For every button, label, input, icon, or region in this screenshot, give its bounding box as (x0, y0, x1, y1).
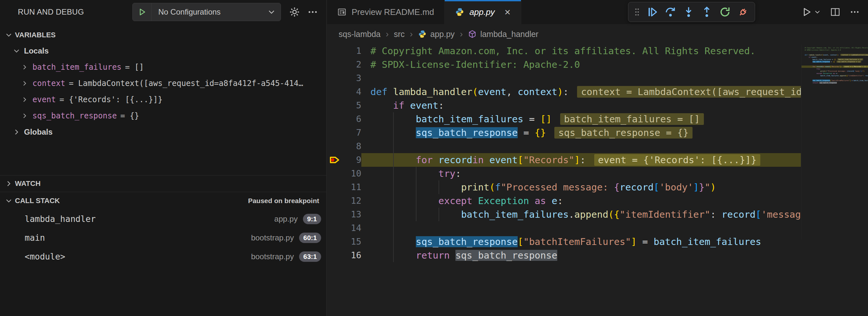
variable-sqs_batch_response[interactable]: sqs_batch_response= {} (0, 108, 326, 124)
split-editor-icon[interactable] (830, 7, 840, 17)
breadcrumb-label: sqs-lambda (339, 30, 380, 39)
call-stack-section-header[interactable]: CALL STACK Paused on breakpoint (0, 192, 326, 210)
code-content[interactable]: # Copyright Amazon.com, Inc. or its affi… (802, 47, 868, 49)
code-line-14: 14 (802, 77, 868, 79)
disconnect-button[interactable] (735, 4, 751, 20)
code-content[interactable]: sqs_batch_response["batchItemFailures"] … (802, 80, 868, 82)
breadcrumb-item-app.py[interactable]: app.py (418, 30, 455, 39)
scope-locals[interactable]: Locals (0, 43, 326, 59)
gutter-space (327, 194, 343, 208)
more-actions-icon[interactable] (308, 7, 318, 17)
gutter-space (327, 235, 343, 249)
code-content[interactable]: except Exception as e: (802, 72, 868, 74)
paused-breakpoint-icon[interactable] (327, 153, 343, 167)
variables-tree: Localsbatch_item_failures= []context= La… (0, 43, 326, 140)
tab-label: Preview README.md (351, 7, 434, 17)
breadcrumb-item-sqs-lambda[interactable]: sqs-lambda (339, 30, 380, 39)
breadcrumb-item-lambda_handler[interactable]: lambda_handler (468, 30, 538, 39)
stack-frame[interactable]: lambda_handlerapp.py9:1 (0, 210, 326, 228)
code-content[interactable]: batch_item_failures.append({"itemIdentif… (802, 74, 868, 77)
code-content[interactable]: def lambda_handler(event, context):conte… (802, 54, 868, 56)
code-editor: 1# Copyright Amazon.com, Inc. or its aff… (327, 44, 868, 271)
tab-preview-readme[interactable]: Preview README.md (327, 0, 445, 24)
step-into-button[interactable] (681, 4, 696, 20)
chevron-right-icon (22, 113, 28, 119)
code-content[interactable]: # Copyright Amazon.com, Inc. or its affi… (361, 44, 801, 58)
grip-button[interactable] (632, 4, 642, 20)
variable-context[interactable]: context= LambdaContext([aws_request_id=a… (0, 75, 326, 92)
code-line-2: 2# SPDX-License-Identifier: Apache-2.0 (327, 58, 801, 71)
code-content[interactable]: sqs_batch_response = {}sqs_batch_respons… (802, 61, 868, 63)
code-content[interactable]: sqs_batch_response = {}sqs_batch_respons… (361, 126, 801, 139)
variable-batch_item_failures[interactable]: batch_item_failures= [] (0, 59, 326, 75)
code-content[interactable]: batch_item_failures = []batch_item_failu… (802, 58, 868, 61)
code-content[interactable]: except Exception as e: (361, 194, 801, 208)
code-content[interactable]: batch_item_failures.append({"itemIdentif… (361, 208, 801, 221)
line-number: 11 (343, 180, 361, 194)
gear-icon[interactable] (289, 7, 300, 17)
code-content[interactable] (802, 77, 868, 79)
code-content[interactable]: try: (361, 167, 801, 180)
chevron-right-icon (22, 64, 28, 70)
code-line-12: 12 except Exception as e: (327, 194, 801, 208)
code-content[interactable]: if event: (361, 99, 801, 112)
close-tab-icon[interactable]: × (504, 7, 510, 17)
code-content[interactable] (361, 139, 801, 153)
symbol-method-icon (468, 30, 476, 38)
breadcrumb-label: app.py (430, 30, 455, 39)
watch-section-header[interactable]: WATCH (0, 175, 326, 192)
breadcrumb-label: src (394, 30, 404, 39)
code-content[interactable]: try: (802, 68, 868, 70)
chevron-down-icon[interactable] (814, 9, 820, 15)
step-over-button[interactable] (663, 4, 678, 20)
variables-section-header[interactable]: VARIABLES (0, 27, 326, 43)
run-icon[interactable] (802, 7, 812, 17)
start-debug-icon[interactable] (133, 3, 152, 21)
inline-debug-value: sqs_batch_response = {} (837, 61, 861, 63)
code-content[interactable]: # SPDX-License-Identifier: Apache-2.0 (361, 58, 801, 71)
editor-group: Preview README.md app.py × sqs-lambda›sr… (327, 0, 868, 316)
code-content[interactable]: def lambda_handler(event, context):conte… (361, 85, 801, 99)
inline-debug-value: batch_item_failures = [] (838, 58, 863, 60)
inline-debug-value: sqs_batch_response = {} (554, 127, 692, 138)
code-line-8: 8 (327, 139, 801, 153)
tab-app-py[interactable]: app.py × (445, 0, 521, 24)
code-content[interactable] (361, 71, 801, 85)
scope-globals[interactable]: Globals (0, 124, 326, 140)
continue-button[interactable] (645, 4, 660, 20)
line-number: 3 (343, 71, 361, 85)
line-number: 12 (343, 194, 361, 208)
code-content[interactable]: if event: (802, 56, 868, 58)
stack-frame[interactable]: mainbootstrap.py60:1 (0, 228, 326, 247)
editor-tab-bar: Preview README.md app.py × (327, 0, 868, 24)
code-content[interactable]: # SPDX-License-Identifier: Apache-2.0 (802, 49, 868, 51)
stack-frame[interactable]: <module>bootstrap.py63:1 (0, 247, 326, 266)
code-content[interactable]: return sqs_batch_response (802, 82, 868, 84)
more-actions-icon[interactable] (850, 7, 860, 17)
code-content[interactable]: batch_item_failures = []batch_item_failu… (361, 112, 801, 126)
code-content[interactable] (802, 63, 868, 65)
gutter-space (327, 85, 343, 99)
variable-event[interactable]: event= {'Records': [{...}]} (0, 92, 326, 108)
gutter-space (327, 44, 343, 58)
frame-function: <module> (25, 252, 65, 261)
minimap[interactable]: 1# Copyright Amazon.com, Inc. or its aff… (801, 45, 868, 240)
variable-name: event (32, 95, 56, 104)
code-line-10: 10 try: (327, 167, 801, 180)
breadcrumb-item-src[interactable]: src (394, 30, 404, 39)
code-content[interactable]: print(f"Processed message: {record['body… (802, 70, 868, 72)
debug-config-dropdown[interactable]: No Configurations (132, 3, 281, 21)
step-out-button[interactable] (699, 4, 715, 20)
code-content[interactable]: for recordin event["Records"]:event = {'… (802, 66, 868, 68)
code-content[interactable] (361, 221, 801, 235)
code-content[interactable]: return sqs_batch_response (361, 249, 801, 262)
editor-actions (802, 0, 860, 24)
code-content[interactable] (802, 51, 868, 54)
frame-position-badge: 9:1 (303, 214, 321, 224)
code-content[interactable]: sqs_batch_response["batchItemFailures"] … (361, 235, 801, 249)
run-python-file-button[interactable] (802, 7, 820, 17)
restart-button[interactable] (717, 4, 733, 20)
code-content[interactable]: for recordin event["Records"]:event = {'… (361, 153, 801, 167)
gutter-space (327, 180, 343, 194)
code-content[interactable]: print(f"Processed message: {record['body… (361, 180, 801, 194)
